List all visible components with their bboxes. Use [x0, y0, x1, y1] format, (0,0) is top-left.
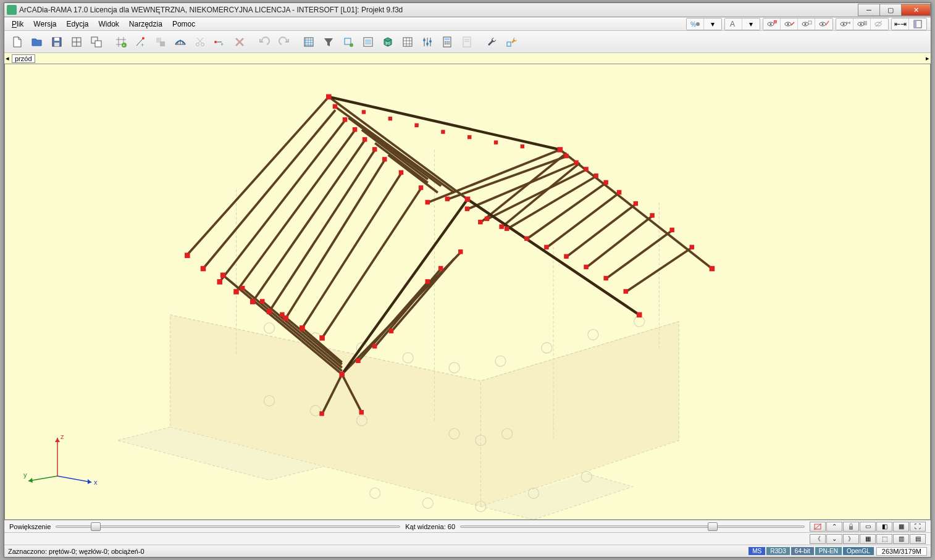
close-button[interactable]: ✕ — [901, 4, 931, 16]
collapse-icon[interactable]: ⇤⇥ — [892, 19, 909, 30]
svg-text:+: + — [123, 43, 125, 48]
menu-narzedzia[interactable]: Narzędzia — [124, 19, 167, 30]
eye-grid-icon[interactable] — [798, 19, 815, 30]
svg-point-43 — [196, 43, 199, 46]
svg-point-87 — [634, 316, 645, 327]
nav-row: 《 ⌄ 》 ▦ ⬚ ▥ ▤ — [4, 532, 931, 545]
svg-rect-141 — [584, 265, 588, 269]
move-node-icon[interactable]: + — [211, 33, 229, 51]
table-icon[interactable] — [398, 33, 417, 51]
grid3-icon[interactable]: ▦ — [860, 534, 876, 544]
dropdown-icon[interactable]: ▾ — [704, 19, 721, 30]
eye-n-icon[interactable]: N — [763, 19, 781, 30]
svg-rect-119 — [339, 372, 345, 377]
svg-point-73 — [447, 43, 448, 44]
fit-icon[interactable]: ⛶ — [910, 522, 926, 532]
svg-text:N: N — [774, 20, 777, 24]
adjust-icon[interactable] — [418, 33, 437, 51]
svg-rect-163 — [494, 140, 498, 144]
svg-rect-139 — [544, 245, 548, 249]
zoom-label: Powiększenie — [9, 523, 51, 530]
view-label[interactable]: przód — [12, 54, 35, 63]
calculator-icon[interactable] — [438, 33, 456, 51]
new-file-icon[interactable] — [8, 33, 27, 51]
tile2-icon[interactable]: ▦ — [893, 522, 909, 532]
snap-off-icon[interactable] — [810, 522, 826, 532]
svg-rect-26 — [54, 43, 59, 46]
badge-64bit: 64-bit — [791, 547, 814, 555]
add-node-icon[interactable]: + — [132, 33, 150, 51]
right-icon[interactable]: 》 — [843, 534, 859, 544]
copy-layout-icon[interactable] — [87, 33, 106, 51]
tile1-icon[interactable]: ◧ — [876, 522, 892, 532]
eye-line-icon[interactable] — [781, 19, 798, 30]
menu-edycja[interactable]: Edycja — [61, 19, 93, 30]
svg-point-11 — [804, 23, 806, 25]
toggle-percent-icon[interactable]: % — [687, 19, 704, 30]
svg-rect-156 — [499, 224, 503, 228]
view-prev-icon[interactable]: ◂ — [4, 54, 10, 62]
svg-rect-108 — [319, 335, 325, 341]
viewport-3d[interactable]: x y z — [4, 64, 931, 520]
menu-plik[interactable]: Plik — [7, 19, 28, 30]
eye-off-icon[interactable] — [871, 19, 888, 30]
dropdown-icon[interactable]: ▾ — [742, 19, 760, 30]
svg-point-72 — [445, 43, 446, 44]
axis-y-label: y — [23, 471, 27, 479]
eye-dim-icon[interactable] — [836, 19, 853, 30]
menu-pomoc[interactable]: Pomoc — [167, 19, 200, 30]
menu-wersja[interactable]: Wersja — [28, 19, 61, 30]
undo-icon[interactable] — [255, 33, 274, 51]
layout-icon[interactable] — [67, 33, 86, 51]
content-area: ◂ przód ▸ — [4, 53, 931, 545]
svg-rect-120 — [240, 286, 245, 290]
list-icon[interactable] — [359, 33, 377, 51]
window-title: ArCADia-RAMA 17.0 Licencja dla WEWNĘTRZN… — [19, 6, 858, 14]
window-icon[interactable]: ▭ — [860, 522, 876, 532]
grid-plus-icon[interactable]: + — [112, 33, 130, 51]
lock-icon[interactable] — [843, 522, 859, 532]
panel-icon[interactable] — [909, 19, 926, 30]
svg-point-85 — [542, 343, 552, 353]
svg-rect-123 — [300, 325, 304, 330]
icon-c[interactable]: ▤ — [910, 534, 926, 544]
down-icon[interactable]: ⌄ — [826, 534, 842, 544]
app-window: ArCADia-RAMA 17.0 Licencja dla WEWNĘTRZN… — [4, 2, 931, 558]
badge-opengl: OpenGL — [843, 547, 874, 555]
zoom-slider[interactable] — [56, 525, 400, 528]
report-icon[interactable] — [458, 33, 476, 51]
svg-point-83 — [449, 362, 459, 373]
svg-rect-144 — [637, 312, 642, 318]
fov-slider[interactable] — [460, 525, 805, 528]
svg-rect-100 — [326, 94, 332, 100]
up-icon[interactable]: ⌃ — [826, 522, 842, 532]
svg-point-8 — [787, 23, 789, 25]
svg-rect-146 — [574, 161, 578, 165]
menu-widok[interactable]: Widok — [94, 19, 124, 30]
save-icon[interactable] — [48, 33, 66, 51]
hatch-icon[interactable] — [300, 33, 318, 51]
filter-icon[interactable] — [319, 33, 338, 51]
svg-rect-135 — [465, 206, 469, 211]
icon-a[interactable]: ⬚ — [876, 534, 892, 544]
maximize-button[interactable]: ▢ — [879, 4, 902, 16]
wrench-icon[interactable] — [482, 33, 501, 51]
open-file-icon[interactable] — [28, 33, 46, 51]
eye-diag-icon[interactable] — [815, 19, 832, 30]
tools-icon[interactable] — [502, 33, 521, 51]
delete-icon[interactable] — [230, 33, 249, 51]
bridge-icon[interactable] — [171, 33, 190, 51]
copy-element-icon[interactable] — [151, 33, 170, 51]
icon-b[interactable]: ▥ — [893, 534, 909, 544]
cleanup-icon[interactable] — [339, 33, 358, 51]
view-next-icon[interactable]: ▸ — [925, 54, 931, 62]
minimize-button[interactable]: ─ — [858, 4, 880, 16]
left-icon[interactable]: 《 — [810, 534, 826, 544]
redo-icon[interactable] — [275, 33, 293, 51]
cube-3d-icon[interactable]: 3D — [379, 33, 397, 51]
cut-icon[interactable] — [191, 33, 209, 51]
eye-ruler-icon[interactable] — [853, 19, 871, 30]
toggle-font-icon[interactable]: A — [725, 19, 742, 30]
svg-rect-140 — [564, 254, 568, 259]
svg-rect-60 — [403, 38, 412, 46]
